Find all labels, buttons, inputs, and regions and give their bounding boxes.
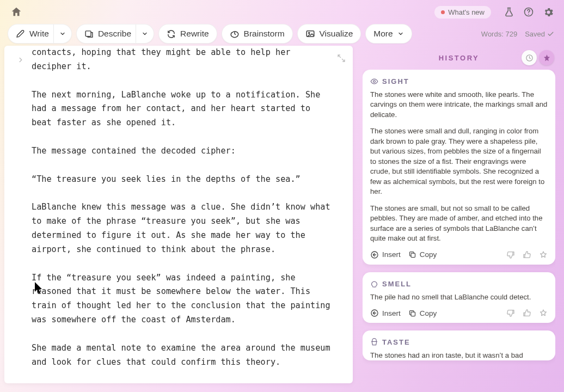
card-smell: SMELL The pile had no smell that LaBlanc… xyxy=(363,272,555,323)
insert-button[interactable]: Insert xyxy=(370,309,401,317)
svg-rect-2 xyxy=(85,30,91,36)
settings-button[interactable] xyxy=(540,4,556,20)
thumbs-down-icon xyxy=(506,309,515,317)
insert-button[interactable]: Insert xyxy=(370,250,401,259)
check-icon xyxy=(547,30,554,38)
history-title: HISTORY xyxy=(439,54,480,62)
taste-icon xyxy=(370,338,378,346)
help-icon xyxy=(523,7,534,17)
thumbs-down-icon xyxy=(506,250,515,259)
rewrite-label: Rewrite xyxy=(180,29,209,39)
history-star-button[interactable] xyxy=(539,50,554,65)
card-smell-actions: Insert Copy xyxy=(370,309,548,317)
write-dropdown[interactable] xyxy=(53,24,71,43)
card-smell-body: The pile had no smell that LaBlanche cou… xyxy=(370,292,548,302)
help-button[interactable] xyxy=(520,4,537,20)
smell-icon xyxy=(370,280,378,288)
sight-paragraph: The stones are small, but not so small t… xyxy=(370,204,548,244)
star-outline-icon xyxy=(539,309,548,317)
history-clock-button[interactable] xyxy=(522,50,537,65)
lab-button[interactable] xyxy=(501,4,517,20)
copy-button[interactable]: Copy xyxy=(408,250,437,259)
home-icon xyxy=(10,6,22,18)
document-text[interactable]: contacts, hoping that they might be able… xyxy=(32,46,331,369)
expand-icon xyxy=(337,54,346,63)
sight-paragraph: The stones were white and smooth, like p… xyxy=(370,90,548,120)
star-outline-icon xyxy=(539,250,548,259)
thumbs-up-icon xyxy=(523,309,531,317)
brainstorm-button[interactable]: Brainstorm xyxy=(222,24,293,44)
notification-dot-icon xyxy=(441,10,445,14)
more-button[interactable]: More xyxy=(365,24,412,44)
thumbs-up-button[interactable] xyxy=(523,309,531,317)
card-taste: TASTE The stones had an iron taste, but … xyxy=(363,330,555,360)
flask-icon xyxy=(504,7,514,17)
more-label: More xyxy=(373,29,393,39)
card-smell-title: SMELL xyxy=(370,280,548,288)
gear-icon xyxy=(543,7,554,18)
copy-icon xyxy=(408,250,416,259)
expand-sidebar-button[interactable] xyxy=(15,54,26,65)
copy-button[interactable]: Copy xyxy=(408,309,437,317)
chevron-down-icon xyxy=(397,30,404,37)
history-body: SIGHT The stones were white and smooth, … xyxy=(363,70,555,383)
pen-icon xyxy=(16,29,25,39)
card-sight-actions: Insert Copy xyxy=(370,250,548,259)
brainstorm-icon xyxy=(230,29,240,39)
describe-button[interactable]: Describe xyxy=(76,24,154,44)
top-bar: What's new xyxy=(0,0,564,24)
home-button[interactable] xyxy=(8,3,25,21)
card-sight-body: The stones were white and smooth, like p… xyxy=(370,90,548,244)
describe-dropdown[interactable] xyxy=(136,24,154,43)
thumbs-up-icon xyxy=(523,250,531,259)
visualize-label: Visualize xyxy=(320,29,353,39)
svg-rect-8 xyxy=(411,253,415,258)
smell-paragraph: The pile had no smell that LaBlanche cou… xyxy=(370,292,548,302)
svg-point-4 xyxy=(308,32,309,33)
eye-icon xyxy=(370,77,378,85)
card-taste-body: The stones had an iron taste, but it was… xyxy=(370,351,548,360)
svg-point-6 xyxy=(373,81,376,83)
clock-icon xyxy=(525,54,534,62)
visualize-button[interactable]: Visualize xyxy=(297,24,361,44)
star-button[interactable] xyxy=(539,309,548,317)
svg-point-1 xyxy=(528,14,529,15)
svg-rect-10 xyxy=(411,312,415,316)
describe-icon xyxy=(84,29,94,39)
thumbs-up-button[interactable] xyxy=(523,250,531,259)
card-sight-title: SIGHT xyxy=(370,77,548,85)
main-area: contacts, hoping that they might be able… xyxy=(0,46,564,392)
write-label: Write xyxy=(29,29,49,39)
star-icon xyxy=(543,54,551,62)
describe-label: Describe xyxy=(98,29,131,39)
thumbs-down-button[interactable] xyxy=(506,250,515,259)
chevron-right-icon xyxy=(17,56,24,64)
brainstorm-label: Brainstorm xyxy=(244,29,285,39)
whats-new-button[interactable]: What's new xyxy=(434,6,491,19)
rewrite-icon xyxy=(167,29,176,39)
whats-new-label: What's new xyxy=(448,8,485,16)
card-taste-title: TASTE xyxy=(370,338,548,346)
visualize-icon xyxy=(305,29,315,39)
card-sight: SIGHT The stones were white and smooth, … xyxy=(363,70,555,265)
toolbar: Write Describe Rewrite Brainstorm Visual… xyxy=(0,24,564,46)
resize-handle[interactable] xyxy=(335,52,347,64)
editor[interactable]: contacts, hoping that they might be able… xyxy=(4,46,353,383)
insert-icon xyxy=(370,250,379,259)
write-button[interactable]: Write xyxy=(8,24,72,44)
star-button[interactable] xyxy=(539,250,548,259)
insert-icon xyxy=(370,309,379,317)
copy-icon xyxy=(408,309,416,317)
saved-status: Saved xyxy=(525,30,554,38)
chevron-down-icon xyxy=(142,30,148,37)
status-meta: Words: 729 Saved xyxy=(481,30,556,38)
thumbs-down-button[interactable] xyxy=(506,309,515,317)
history-panel: HISTORY SIGHT The stones were white and … xyxy=(363,46,555,383)
rewrite-button[interactable]: Rewrite xyxy=(158,24,217,44)
chevron-down-icon xyxy=(59,30,66,37)
word-count: Words: 729 xyxy=(481,30,517,38)
sight-paragraph: The stones were small and dull, ranging … xyxy=(370,126,548,197)
history-header: HISTORY xyxy=(363,46,555,70)
